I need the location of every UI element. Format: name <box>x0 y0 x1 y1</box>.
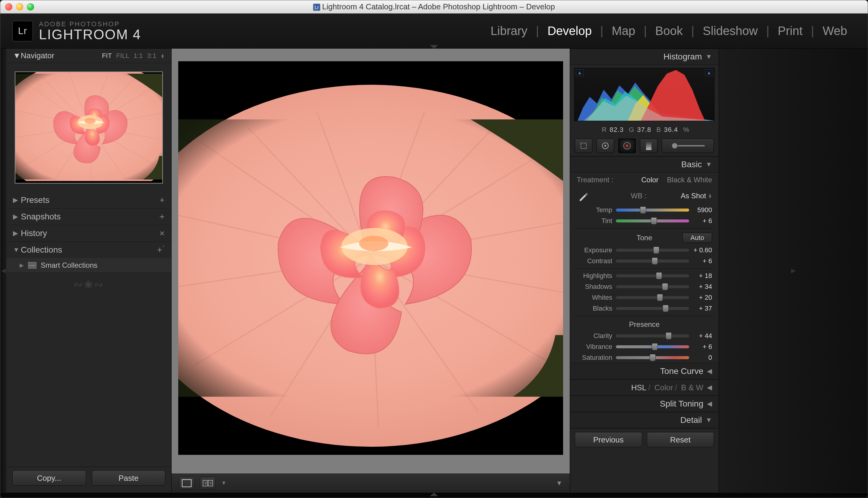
main-image[interactable] <box>178 61 563 455</box>
app-doc-icon: Lr <box>313 4 320 11</box>
before-after-button[interactable]: YY <box>200 477 216 489</box>
previous-button[interactable]: Previous <box>575 432 642 447</box>
chevron-right-icon: ▶ <box>13 213 18 221</box>
chevron-down-icon: ▼ <box>705 416 712 424</box>
chevron-right-icon: ▶ <box>13 196 18 204</box>
tone-curve-panel-header[interactable]: Tone Curve◀ <box>570 363 719 379</box>
treatment-color[interactable]: Color <box>641 176 659 184</box>
right-panel-collapse[interactable]: ▶ <box>719 49 868 492</box>
hsl-bw-tab[interactable]: B & W <box>681 383 703 392</box>
paste-settings-button[interactable]: Paste <box>92 471 166 486</box>
blacks-slider[interactable]: Blacks+ 37 <box>570 303 719 314</box>
basic-panel-header[interactable]: Basic▼ <box>570 156 719 173</box>
svg-rect-17 <box>678 145 705 146</box>
copy-settings-button[interactable]: Copy... <box>12 471 86 486</box>
filmstrip-collapse[interactable] <box>0 492 868 498</box>
svg-text:Y: Y <box>204 481 207 486</box>
temp-slider[interactable]: Temp 5900 <box>570 205 719 215</box>
zoom-1to1[interactable]: 1:1 <box>134 52 143 60</box>
redeye-tool[interactable] <box>618 139 636 153</box>
lr-badge-icon: Lr <box>12 21 33 41</box>
contrast-slider[interactable]: Contrast+ 6 <box>570 255 719 266</box>
wb-label: WB : <box>597 192 681 200</box>
left-panel: ▼Navigator FIT FILL 1:1 3:1 ▲▼ ▶ Presets… <box>6 49 172 492</box>
shadow-clipping-indicator[interactable]: ▲ <box>576 69 584 76</box>
snapshots-panel-header[interactable]: ▶ Snapshots + <box>6 209 171 225</box>
shadows-slider[interactable]: Shadows+ 34 <box>570 281 719 292</box>
histogram-display[interactable]: ▲ ▲ <box>574 68 715 121</box>
highlights-slider[interactable]: Highlights+ 18 <box>570 271 719 281</box>
svg-rect-10 <box>581 143 586 148</box>
hsl-tab[interactable]: HSL <box>631 383 647 392</box>
chevron-left-icon: ◀ <box>707 384 712 392</box>
module-slideshow[interactable]: Slideshow <box>694 24 766 38</box>
before-after-mode-dropdown[interactable]: ▼ <box>221 480 227 486</box>
window-title: LrLightroom 4 Catalog.lrcat – Adobe Phot… <box>0 2 868 12</box>
collections-panel-header[interactable]: ▼ Collections +˅ <box>6 242 171 258</box>
highlight-clipping-indicator[interactable]: ▲ <box>705 69 713 76</box>
saturation-slider[interactable]: Saturation0 <box>570 352 719 363</box>
develop-tool-strip <box>570 136 719 156</box>
presets-add-button[interactable]: + <box>159 195 165 205</box>
brand-line-2: LIGHTROOM 4 <box>39 27 141 41</box>
snapshots-add-button[interactable]: + <box>159 212 165 222</box>
app-logo: Lr ADOBE PHOTOSHOP LIGHTROOM 4 <box>12 21 141 41</box>
history-clear-button[interactable]: × <box>159 228 165 238</box>
detail-panel-header[interactable]: Detail▼ <box>570 412 719 428</box>
chevron-down-icon: ▼ <box>705 160 712 168</box>
zoom-3to1[interactable]: 3:1 <box>147 52 157 60</box>
chevron-left-icon: ◀ <box>707 400 712 408</box>
treatment-bw[interactable]: Black & White <box>667 176 712 184</box>
treatment-row: Treatment : Color Black & White <box>570 173 719 187</box>
header-collapse-handle[interactable] <box>430 45 438 49</box>
module-library[interactable]: Library <box>482 24 536 38</box>
zoom-fit[interactable]: FIT <box>102 52 112 60</box>
svg-point-14 <box>625 144 628 147</box>
clarity-slider[interactable]: Clarity+ 44 <box>570 330 719 341</box>
hsl-panel-header[interactable]: HSL/ Color/ B & W ◀ <box>570 379 719 396</box>
histogram-header[interactable]: Histogram▼ <box>570 49 719 65</box>
toolbar-options-dropdown[interactable]: ▼ <box>556 479 562 487</box>
module-develop[interactable]: Develop <box>539 24 600 38</box>
spot-removal-tool[interactable] <box>597 139 614 153</box>
smart-collection-icon <box>28 262 37 268</box>
zoom-dropdown-icon[interactable]: ▲▼ <box>161 53 165 58</box>
adjustment-brush-tool[interactable] <box>662 139 714 153</box>
zoom-fill[interactable]: FILL <box>116 52 130 60</box>
tint-slider[interactable]: Tint + 6 <box>570 215 719 226</box>
white-balance-picker-icon[interactable] <box>577 189 591 203</box>
navigator-preview[interactable] <box>15 71 163 184</box>
module-web[interactable]: Web <box>814 24 856 38</box>
svg-rect-15 <box>646 142 651 150</box>
module-print[interactable]: Print <box>769 24 811 38</box>
canvas-toolbar: YY ▼ ▼ <box>172 474 570 492</box>
left-panel-collapse[interactable]: ◀ <box>0 49 6 492</box>
chevron-down-icon: ▼ <box>13 51 21 60</box>
tone-section-label: Tone <box>606 234 682 242</box>
right-panel: Histogram▼ ▲ ▲ R 82.3 G 37.8 B 36.4 % <box>570 49 719 492</box>
exposure-slider[interactable]: Exposure+ 0.60 <box>570 245 719 255</box>
macos-titlebar: LrLightroom 4 Catalog.lrcat – Adobe Phot… <box>0 0 868 14</box>
module-map[interactable]: Map <box>603 24 643 38</box>
wb-dropdown[interactable]: As Shot▲▼ <box>681 192 712 200</box>
reset-button[interactable]: Reset <box>647 432 714 447</box>
split-toning-panel-header[interactable]: Split Toning◀ <box>570 396 719 412</box>
svg-rect-5 <box>182 480 191 487</box>
loupe-view-button[interactable] <box>179 477 194 489</box>
vibrance-slider[interactable]: Vibrance+ 6 <box>570 341 719 352</box>
svg-text:Y: Y <box>209 481 212 486</box>
navigator-header[interactable]: ▼Navigator FIT FILL 1:1 3:1 ▲▼ <box>6 49 171 63</box>
collections-add-button[interactable]: +˅ <box>157 245 165 255</box>
module-book[interactable]: Book <box>647 24 691 38</box>
collection-smart-collections[interactable]: ▶ Smart Collections <box>6 258 171 273</box>
module-picker: Library| Develop| Map| Book| Slideshow| … <box>482 24 856 38</box>
whites-slider[interactable]: Whites+ 20 <box>570 292 719 303</box>
history-panel-header[interactable]: ▶ History × <box>6 225 171 241</box>
hsl-color-tab[interactable]: Color <box>654 383 673 392</box>
chevron-right-icon: ▶ <box>13 230 18 237</box>
graduated-filter-tool[interactable] <box>640 139 657 153</box>
tone-auto-button[interactable]: Auto <box>682 233 712 243</box>
presets-panel-header[interactable]: ▶ Presets + <box>6 192 171 208</box>
chevron-right-icon: ▶ <box>19 262 24 268</box>
crop-tool[interactable] <box>575 139 592 153</box>
